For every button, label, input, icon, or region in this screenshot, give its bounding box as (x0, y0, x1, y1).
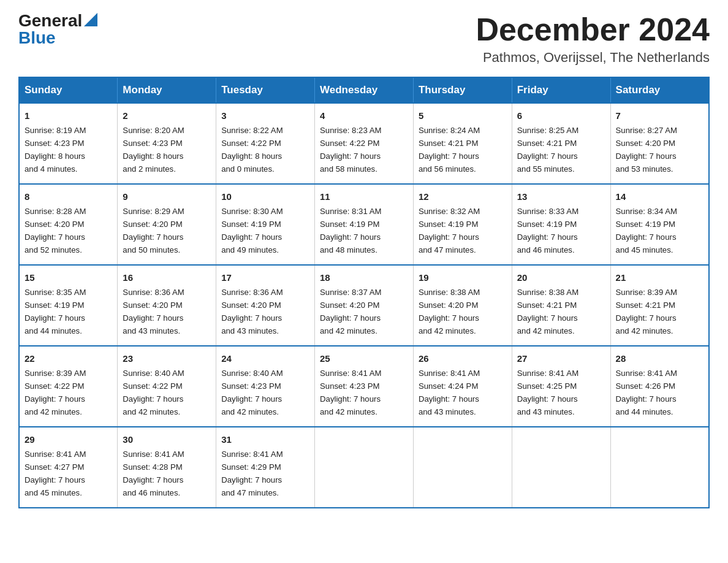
calendar-day-11: 11Sunrise: 8:31 AM Sunset: 4:19 PM Dayli… (315, 184, 414, 265)
day-info: Sunrise: 8:20 AM Sunset: 4:23 PM Dayligh… (123, 126, 184, 174)
day-info: Sunrise: 8:35 AM Sunset: 4:19 PM Dayligh… (25, 288, 86, 335)
calendar-day-22: 22Sunrise: 8:39 AM Sunset: 4:22 PM Dayli… (19, 346, 118, 427)
main-title: December 2024 (476, 12, 710, 47)
calendar-day-21: 21Sunrise: 8:39 AM Sunset: 4:21 PM Dayli… (610, 265, 709, 346)
day-info: Sunrise: 8:37 AM Sunset: 4:20 PM Dayligh… (320, 288, 381, 335)
weekday-header-tuesday: Tuesday (216, 77, 315, 103)
day-info: Sunrise: 8:39 AM Sunset: 4:21 PM Dayligh… (616, 288, 677, 335)
day-info: Sunrise: 8:41 AM Sunset: 4:25 PM Dayligh… (517, 369, 578, 416)
day-info: Sunrise: 8:40 AM Sunset: 4:22 PM Dayligh… (123, 369, 184, 416)
day-info: Sunrise: 8:32 AM Sunset: 4:19 PM Dayligh… (419, 207, 480, 255)
day-number: 31 (221, 432, 309, 446)
calendar-day-23: 23Sunrise: 8:40 AM Sunset: 4:22 PM Dayli… (118, 346, 216, 427)
calendar-day-20: 20Sunrise: 8:38 AM Sunset: 4:21 PM Dayli… (512, 265, 610, 346)
day-number: 20 (517, 270, 605, 285)
logo-general: General (18, 12, 82, 29)
calendar-day-13: 13Sunrise: 8:33 AM Sunset: 4:19 PM Dayli… (512, 184, 610, 265)
day-number: 9 (123, 190, 211, 204)
calendar-day-30: 30Sunrise: 8:41 AM Sunset: 4:28 PM Dayli… (118, 427, 216, 508)
header: General Blue December 2024 Pathmos, Over… (18, 12, 710, 66)
day-number: 27 (517, 351, 605, 366)
calendar-day-25: 25Sunrise: 8:41 AM Sunset: 4:23 PM Dayli… (315, 346, 414, 427)
calendar-header-row: SundayMondayTuesdayWednesdayThursdayFrid… (19, 77, 709, 103)
calendar-week-row: 1Sunrise: 8:19 AM Sunset: 4:23 PM Daylig… (19, 103, 709, 184)
logo-triangle-icon (84, 13, 97, 26)
day-info: Sunrise: 8:41 AM Sunset: 4:27 PM Dayligh… (25, 450, 86, 497)
day-info: Sunrise: 8:28 AM Sunset: 4:20 PM Dayligh… (25, 207, 86, 255)
calendar-day-2: 2Sunrise: 8:20 AM Sunset: 4:23 PM Daylig… (118, 103, 216, 184)
day-info: Sunrise: 8:22 AM Sunset: 4:22 PM Dayligh… (221, 126, 282, 174)
day-info: Sunrise: 8:34 AM Sunset: 4:19 PM Dayligh… (616, 207, 677, 255)
subtitle: Pathmos, Overijssel, The Netherlands (476, 50, 710, 66)
calendar-day-18: 18Sunrise: 8:37 AM Sunset: 4:20 PM Dayli… (315, 265, 414, 346)
day-info: Sunrise: 8:41 AM Sunset: 4:24 PM Dayligh… (419, 369, 480, 416)
day-number: 17 (221, 270, 309, 285)
day-number: 19 (419, 270, 507, 285)
calendar-day-16: 16Sunrise: 8:36 AM Sunset: 4:20 PM Dayli… (118, 265, 216, 346)
calendar-week-row: 15Sunrise: 8:35 AM Sunset: 4:19 PM Dayli… (19, 265, 709, 346)
day-info: Sunrise: 8:41 AM Sunset: 4:23 PM Dayligh… (320, 369, 381, 416)
day-info: Sunrise: 8:41 AM Sunset: 4:29 PM Dayligh… (221, 450, 282, 497)
calendar: SundayMondayTuesdayWednesdayThursdayFrid… (18, 77, 710, 508)
day-number: 14 (616, 190, 703, 204)
weekday-header-saturday: Saturday (610, 77, 709, 103)
calendar-week-row: 22Sunrise: 8:39 AM Sunset: 4:22 PM Dayli… (19, 346, 709, 427)
calendar-day-24: 24Sunrise: 8:40 AM Sunset: 4:23 PM Dayli… (216, 346, 315, 427)
day-info: Sunrise: 8:41 AM Sunset: 4:26 PM Dayligh… (616, 369, 677, 416)
day-info: Sunrise: 8:39 AM Sunset: 4:22 PM Dayligh… (25, 369, 86, 416)
day-info: Sunrise: 8:23 AM Sunset: 4:22 PM Dayligh… (320, 126, 381, 174)
calendar-day-8: 8Sunrise: 8:28 AM Sunset: 4:20 PM Daylig… (19, 184, 118, 265)
day-info: Sunrise: 8:24 AM Sunset: 4:21 PM Dayligh… (419, 126, 480, 174)
day-info: Sunrise: 8:38 AM Sunset: 4:21 PM Dayligh… (517, 288, 578, 335)
day-info: Sunrise: 8:41 AM Sunset: 4:28 PM Dayligh… (123, 450, 184, 497)
day-info: Sunrise: 8:27 AM Sunset: 4:20 PM Dayligh… (616, 126, 677, 174)
day-number: 2 (123, 109, 211, 123)
day-info: Sunrise: 8:36 AM Sunset: 4:20 PM Dayligh… (221, 288, 282, 335)
calendar-day-15: 15Sunrise: 8:35 AM Sunset: 4:19 PM Dayli… (19, 265, 118, 346)
calendar-day-26: 26Sunrise: 8:41 AM Sunset: 4:24 PM Dayli… (413, 346, 512, 427)
calendar-day-empty (512, 427, 610, 508)
day-number: 5 (419, 109, 507, 123)
weekday-header-wednesday: Wednesday (315, 77, 414, 103)
calendar-day-7: 7Sunrise: 8:27 AM Sunset: 4:20 PM Daylig… (610, 103, 709, 184)
day-info: Sunrise: 8:29 AM Sunset: 4:20 PM Dayligh… (123, 207, 184, 255)
svg-marker-0 (84, 13, 97, 26)
day-info: Sunrise: 8:38 AM Sunset: 4:20 PM Dayligh… (419, 288, 480, 335)
calendar-day-14: 14Sunrise: 8:34 AM Sunset: 4:19 PM Dayli… (610, 184, 709, 265)
calendar-day-29: 29Sunrise: 8:41 AM Sunset: 4:27 PM Dayli… (19, 427, 118, 508)
day-info: Sunrise: 8:36 AM Sunset: 4:20 PM Dayligh… (123, 288, 184, 335)
calendar-week-row: 8Sunrise: 8:28 AM Sunset: 4:20 PM Daylig… (19, 184, 709, 265)
day-number: 25 (320, 351, 408, 366)
day-number: 7 (616, 109, 703, 123)
day-number: 3 (221, 109, 309, 123)
day-info: Sunrise: 8:25 AM Sunset: 4:21 PM Dayligh… (517, 126, 578, 174)
day-number: 15 (25, 270, 112, 285)
calendar-day-10: 10Sunrise: 8:30 AM Sunset: 4:19 PM Dayli… (216, 184, 315, 265)
day-number: 26 (419, 351, 507, 366)
day-info: Sunrise: 8:19 AM Sunset: 4:23 PM Dayligh… (25, 126, 86, 174)
calendar-day-3: 3Sunrise: 8:22 AM Sunset: 4:22 PM Daylig… (216, 103, 315, 184)
calendar-day-6: 6Sunrise: 8:25 AM Sunset: 4:21 PM Daylig… (512, 103, 610, 184)
calendar-day-12: 12Sunrise: 8:32 AM Sunset: 4:19 PM Dayli… (413, 184, 512, 265)
day-number: 11 (320, 190, 408, 204)
day-number: 24 (221, 351, 309, 366)
day-number: 6 (517, 109, 605, 123)
calendar-day-empty (413, 427, 512, 508)
title-area: December 2024 Pathmos, Overijssel, The N… (476, 12, 710, 66)
day-number: 21 (616, 270, 703, 285)
weekday-header-monday: Monday (118, 77, 216, 103)
calendar-day-5: 5Sunrise: 8:24 AM Sunset: 4:21 PM Daylig… (413, 103, 512, 184)
calendar-day-empty (315, 427, 414, 508)
calendar-day-31: 31Sunrise: 8:41 AM Sunset: 4:29 PM Dayli… (216, 427, 315, 508)
day-number: 22 (25, 351, 112, 366)
day-number: 28 (616, 351, 703, 366)
calendar-day-9: 9Sunrise: 8:29 AM Sunset: 4:20 PM Daylig… (118, 184, 216, 265)
day-number: 4 (320, 109, 408, 123)
day-number: 30 (123, 432, 211, 446)
calendar-day-4: 4Sunrise: 8:23 AM Sunset: 4:22 PM Daylig… (315, 103, 414, 184)
day-number: 23 (123, 351, 211, 366)
day-number: 1 (25, 109, 112, 123)
day-number: 18 (320, 270, 408, 285)
weekday-header-sunday: Sunday (19, 77, 118, 103)
day-number: 13 (517, 190, 605, 204)
